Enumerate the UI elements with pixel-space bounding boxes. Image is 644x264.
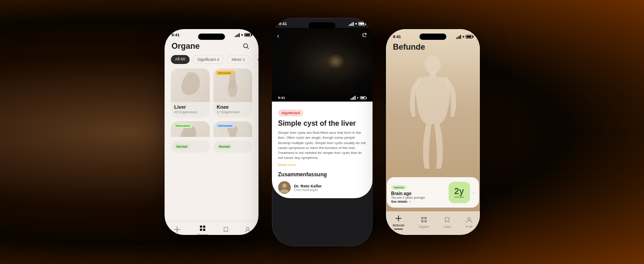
liver-name: Liver [174,104,206,110]
back-button[interactable]: ‹ [277,32,280,39]
nav-profil-3[interactable]: Profil [466,217,473,228]
svg-rect-3 [200,226,202,228]
organ-card-footer-knee: Knee 17 Ergebnisse [213,102,252,116]
brain-age-link[interactable]: See details → [391,200,446,203]
doctor-row: Dr. Reto Keller Chief Radiologist [278,181,366,194]
organ-grid: Liver 45 Ergebnisse Informativ Knee 17 E… [165,68,258,137]
s4 [353,22,354,26]
sb3 [459,36,460,39]
phone1-header: Organe [165,39,258,55]
doctor-info: Dr. Reto Keller Chief Radiologist [294,184,322,192]
nav-organe-3[interactable]: Organe [419,217,429,228]
nav-organe-1[interactable]: Organe [197,225,208,235]
time-1: 9:41 [172,33,180,37]
svg-point-8 [308,46,352,81]
sb1 [456,38,457,39]
organ-card-body-heart: Informative [171,121,210,137]
bottom-nav-3: Befunde Organe Learn Profil [386,211,480,235]
mri-wifi: ▾ [357,96,359,100]
finding-desc: Simple liver cysts are fluid-filled sacs… [278,130,366,160]
phone1-title: Organe [172,42,200,51]
mri-background [272,28,373,102]
filter-informativ[interactable]: Informativ [253,55,258,64]
battery-fill-3 [466,36,471,38]
svg-rect-13 [430,72,436,77]
organ-card-footer-liver: Liver 45 Ergebnisse [171,102,210,116]
befunde-icon-3 [395,215,402,223]
dynamic-island-2 [309,22,335,29]
search-button[interactable] [241,41,251,51]
signal-bar-1 [235,36,236,37]
nav-organe-label-1: Organe [197,234,208,235]
organe-icon-3 [421,217,427,224]
bottom-nav-1: Befunde Organe Learn Profil [165,221,258,235]
knee-badge: Informativ [216,71,234,75]
s2 [350,24,351,26]
nav-profil-label-3: Profil [466,225,473,228]
brain-age-number: 2y [454,187,464,196]
heart-badge: Informative [173,123,193,128]
normal-badge-1: Normal [174,144,190,149]
profil-icon-3 [466,217,472,224]
phone1: 9:41 ▾ Organe [165,29,258,235]
wifi-icon-3: ▾ [462,35,464,39]
battery-3 [466,35,473,38]
dynamic-island-1 [198,34,225,40]
read-more-link[interactable]: Read more [278,163,366,167]
detail-card: Significant Simple cyst of the liver Sim… [272,102,373,198]
svg-point-18 [468,217,470,220]
body-area: Optimal Brain age You are 2 years younge… [386,55,480,211]
optimal-badge: Optimal [391,185,407,190]
nav-befunde-label-3: Befunde [393,224,404,227]
signal-bar-3 [237,34,238,37]
organe-icon-1 [199,225,206,233]
signal-bars-1 [235,33,240,37]
organ-card-body-spine: Informative [213,121,252,137]
brain-age-label: Brain age [391,191,446,196]
battery-1 [244,33,251,37]
profil-icon-1 [245,226,251,234]
brain-age-value-box: 2y younger [449,182,470,203]
svg-point-12 [425,55,441,73]
nav-organe-label-3: Organe [419,225,429,228]
svg-rect-4 [203,226,205,228]
phone1-content: Organe All 60 Significant 4 Minor 1 Info… [165,39,258,235]
phone3-content: 9:41 ▾ Befunde [386,29,480,235]
phone3-header: Befunde [386,41,480,55]
signal-bar-2 [236,35,237,37]
nav-learn-3[interactable]: Learn [443,217,451,228]
signal-bars-2 [349,22,354,26]
nav-befunde-1[interactable]: Befunde [171,226,183,235]
brain-age-card[interactable]: Optimal Brain age You are 2 years younge… [387,177,479,208]
filter-all[interactable]: All 60 [171,55,190,64]
status-icons-1: ▾ [235,33,251,37]
nav-learn-1[interactable]: Learn [222,226,230,235]
dynamic-island-3 [419,34,446,40]
learn-icon-1 [223,226,229,234]
wifi-icon-2: ▾ [355,22,357,26]
organ-card-knee[interactable]: Informativ Knee 17 Ergebnisse [213,68,252,118]
organ-card-liver[interactable]: Liver 45 Ergebnisse [171,68,210,118]
filter-minor[interactable]: Minor 1 [227,55,250,64]
brain-age-sublabel: You are 2 years younger [391,196,446,199]
nav-profil-1[interactable]: Profil [244,226,251,235]
phone3-title: Befunde [393,43,425,51]
nav-befunde-3[interactable]: Befunde [393,215,404,230]
doctor-role: Chief Radiologist [294,188,322,192]
filter-significant[interactable]: Significant 4 [192,55,224,64]
organ-card-spine[interactable]: Informative Spine 29 Ergebnisse [213,121,252,137]
status-icons-2: ▾ [349,22,365,26]
share-button[interactable] [362,32,367,39]
finding-badge: Significant [278,110,304,116]
nav-learn-label-3: Learn [443,225,451,228]
filter-tabs: All 60 Significant 4 Minor 1 Informativ [165,55,258,68]
liver-silhouette [179,71,201,100]
doctor-name: Dr. Reto Keller [294,184,322,188]
mri-status-icons: ▾ [351,96,366,100]
organ-card-body-knee: Informativ [213,68,252,102]
s3 [352,23,352,26]
mri-bottom-bar: 9:41 ▾ [272,94,373,102]
organ-card-heart[interactable]: Informative Heart 17 Ergebnisse [171,121,210,137]
spine-badge: Informative [216,123,235,128]
sb2 [458,37,458,39]
